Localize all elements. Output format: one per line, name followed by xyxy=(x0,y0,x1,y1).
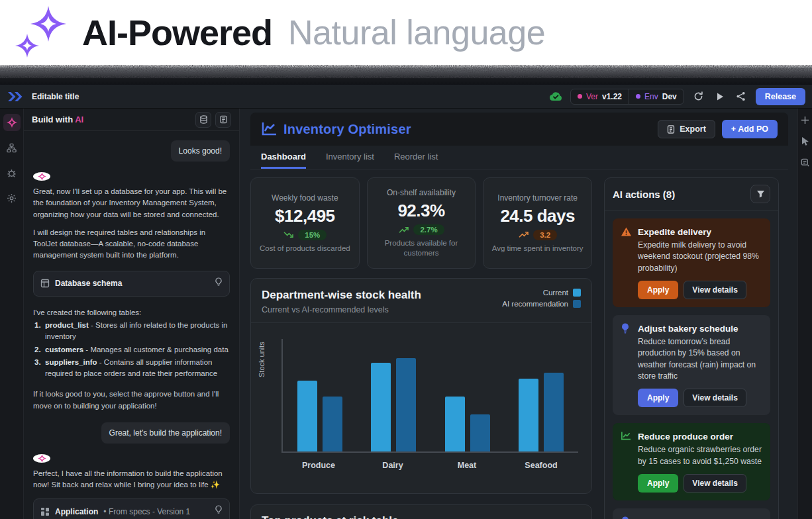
view-details-button[interactable]: View details xyxy=(684,281,746,299)
bar-current-seafood xyxy=(519,379,538,452)
ai-actions-list: Expedite delivery Expedite milk delivery… xyxy=(605,211,778,519)
app-canvas: Inventory Optimiser Export + Add PO Dash… xyxy=(240,109,797,519)
builder-topbar: Editable title Ver v1.22 Env Dev xyxy=(0,85,812,109)
chat-message-list: Looks good! Great, now I'll set up a dat… xyxy=(24,131,239,519)
stock-health-chart-card: Department-wise stock health Current vs … xyxy=(250,278,592,494)
kpi-badge: 15% xyxy=(298,230,327,240)
filter-button[interactable] xyxy=(750,185,770,203)
kpi-card-turnover: Inventory turnover rate 24.5 days 3.2 Av… xyxy=(483,177,592,269)
bar-current-produce xyxy=(297,381,317,451)
lightbulb-icon xyxy=(621,323,630,334)
apply-button[interactable]: Apply xyxy=(638,281,678,299)
bar-group-produce xyxy=(297,339,342,451)
chart-legend: Current AI recommendation xyxy=(502,289,581,314)
comment-note-icon[interactable] xyxy=(801,158,809,169)
bottom-table-card: Top products at risk table xyxy=(250,504,592,519)
x-axis-labels: ProduceDairyMeatSeafood xyxy=(281,461,578,470)
table-list-item: 1.product_list - Stores all info related… xyxy=(33,320,230,343)
ai-avatar xyxy=(33,454,50,463)
app-grid-icon xyxy=(40,507,50,516)
pages-tree-icon[interactable] xyxy=(3,139,21,156)
view-details-button[interactable]: View details xyxy=(684,474,746,493)
editable-title[interactable]: Editable title xyxy=(32,92,79,101)
right-icon-rail xyxy=(797,109,812,519)
history-notes-icon[interactable] xyxy=(215,112,231,128)
ai-action-card-meal-display: Create meal solution display Pair excess… xyxy=(613,508,770,519)
user-message: Looks good! xyxy=(171,140,230,162)
chart-title: Department-wise stock health xyxy=(262,289,421,302)
kpi-card-food-waste: Weekly food waste $12,495 15% Cost of pr… xyxy=(250,177,360,269)
sparkle-logo-icon xyxy=(11,5,69,60)
tab-inventory-list[interactable]: Inventory list xyxy=(326,146,374,169)
x-tick-dairy: Dairy xyxy=(366,461,419,470)
table-schema-icon xyxy=(40,279,50,288)
hero-title-light: Natural language xyxy=(288,13,545,52)
refresh-icon[interactable] xyxy=(692,90,705,103)
chart-up-icon xyxy=(621,431,631,441)
bar-group-dairy xyxy=(371,339,416,451)
add-po-button[interactable]: + Add PO xyxy=(722,120,778,138)
bar-group-meat xyxy=(445,339,490,451)
tooljet-logo-icon xyxy=(7,91,24,103)
ai-message-paragraph: Perfect, I have all the information to b… xyxy=(33,468,230,491)
cursor-pointer-icon[interactable] xyxy=(801,136,809,148)
ai-action-card-reduce-produce: Reduce produce order Reduce organic stra… xyxy=(613,423,770,500)
chart-header: Department-wise stock health Current vs … xyxy=(251,279,591,323)
left-icon-rail xyxy=(0,109,24,519)
trend-down-icon xyxy=(283,230,294,239)
version-env-selector[interactable]: Ver v1.22 Env Dev xyxy=(570,89,684,105)
chart-title-icon xyxy=(261,122,277,136)
legend-item-current: Current xyxy=(543,289,581,297)
tab-reorder-list[interactable]: Reorder list xyxy=(394,146,438,169)
app-builder-window: Editable title Ver v1.22 Env Dev xyxy=(0,85,812,519)
bar-ai-recommendation-meat xyxy=(470,414,490,451)
debugger-bug-icon[interactable] xyxy=(3,164,21,181)
x-tick-seafood: Seafood xyxy=(515,461,568,470)
bottom-card-title: Top products at risk table xyxy=(262,514,581,519)
database-schema-card[interactable]: Database schema xyxy=(33,271,230,297)
trend-up-icon xyxy=(518,230,529,239)
kpi-badge: 2.7% xyxy=(413,224,444,235)
legend-item-ai-recommendation: AI recommendation xyxy=(502,300,581,308)
tab-dashboard[interactable]: Dashboard xyxy=(261,146,306,169)
version-value: v1.22 xyxy=(602,92,622,101)
texture-transition-band xyxy=(0,65,812,85)
bar-ai-recommendation-seafood xyxy=(544,373,564,451)
release-button[interactable]: Release xyxy=(756,88,805,105)
application-card-meta: • From specs - Version 1 xyxy=(103,506,190,518)
database-icon[interactable] xyxy=(195,112,211,128)
app-title: Inventory Optimiser xyxy=(283,122,411,137)
build-with-ai-rail-icon[interactable] xyxy=(3,114,21,131)
x-tick-produce: Produce xyxy=(292,461,345,470)
preview-play-icon[interactable] xyxy=(713,90,727,103)
add-component-plus-icon[interactable] xyxy=(801,115,809,127)
bar-group-seafood xyxy=(519,339,564,451)
plot-area xyxy=(281,339,578,453)
view-details-button[interactable]: View details xyxy=(684,389,746,407)
version-label: Ver xyxy=(586,92,598,101)
bar-current-dairy xyxy=(371,363,391,451)
legend-swatch xyxy=(573,289,581,297)
warning-icon xyxy=(621,226,632,237)
apply-button[interactable]: Apply xyxy=(638,474,678,493)
apply-button[interactable]: Apply xyxy=(638,389,678,407)
ai-message-paragraph: If it looks good to you, select the appr… xyxy=(33,389,230,412)
application-card-label: Application xyxy=(55,506,98,518)
application-card[interactable]: Application • From specs - Version 1 xyxy=(33,498,230,519)
lightbulb-icon[interactable] xyxy=(215,277,223,290)
settings-gear-icon[interactable] xyxy=(3,189,21,207)
share-icon[interactable] xyxy=(735,90,748,103)
lightbulb-icon xyxy=(621,516,630,519)
chat-panel-title: Build with AI xyxy=(32,115,83,124)
ai-action-card-expedite-delivery: Expedite delivery Expedite milk delivery… xyxy=(613,218,770,307)
table-list-item: 3.suppliers_info - Contains all supplier… xyxy=(33,357,230,380)
ai-message-paragraph: Great, now I'll set up a database for yo… xyxy=(33,186,230,220)
ai-actions-title: AI actions (8) xyxy=(613,189,675,200)
bar-ai-recommendation-produce xyxy=(323,397,342,451)
chart-subtitle: Current vs AI-recommended levels xyxy=(262,305,421,314)
version-cell[interactable]: Ver v1.22 xyxy=(571,89,629,104)
environment-cell[interactable]: Env Dev xyxy=(629,89,684,104)
y-axis-label: Stock units xyxy=(258,342,266,377)
export-button[interactable]: Export xyxy=(658,120,715,138)
lightbulb-icon[interactable] xyxy=(215,505,223,518)
